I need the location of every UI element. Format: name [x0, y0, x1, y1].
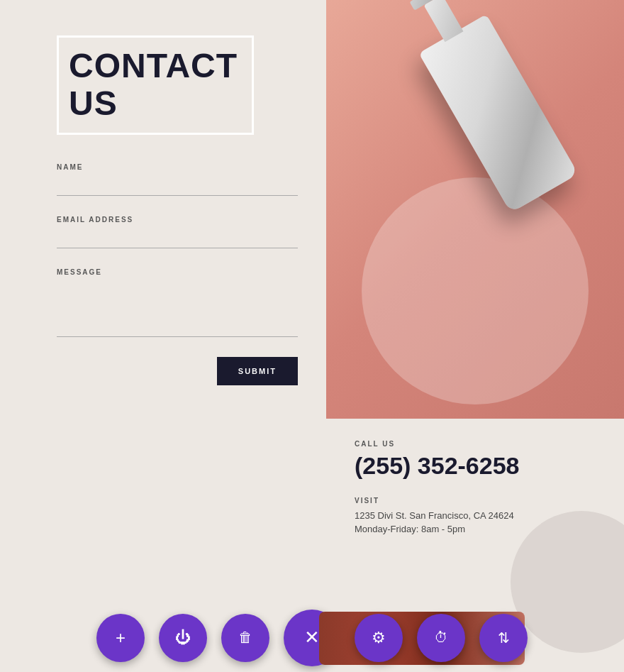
gear-icon: ⚙: [372, 629, 386, 647]
name-input[interactable]: [57, 175, 298, 196]
bottom-toolbar: + ⏻ 🗑 ✕ ⚙ ⏱ ⇅: [0, 610, 624, 672]
settings-button[interactable]: ⚙: [355, 614, 403, 662]
trash-icon: 🗑: [238, 629, 252, 646]
email-label: EMAIL ADDRESS: [57, 216, 298, 224]
add-button[interactable]: +: [96, 614, 145, 662]
message-field-group: MESSAGE: [57, 268, 298, 337]
email-input[interactable]: [57, 228, 298, 248]
delete-button[interactable]: 🗑: [221, 614, 269, 662]
filter-button[interactable]: ⇅: [479, 614, 528, 662]
phone-number: (255) 352-6258: [355, 452, 596, 480]
title-box: CONTACT US: [57, 35, 254, 135]
power-icon: ⏻: [175, 629, 191, 647]
clock-icon: ⏱: [434, 629, 448, 646]
submit-button[interactable]: SUBMIT: [217, 357, 298, 385]
right-column: CALL US (255) 352-6258 VISIT 1235 Divi S…: [326, 0, 624, 610]
page-title: CONTACT US: [69, 48, 238, 123]
submit-row: SUBMIT: [57, 357, 298, 385]
contact-form: NAME EMAIL ADDRESS MESSAGE SUBMIT: [57, 163, 298, 385]
email-field-group: EMAIL ADDRESS: [57, 216, 298, 248]
bottle-pump-head: [410, 0, 452, 11]
call-us-label: CALL US: [355, 440, 596, 448]
page-container: CONTACT US NAME EMAIL ADDRESS MESSAGE SU…: [0, 0, 624, 610]
sort-icon: ⇅: [498, 629, 510, 646]
visit-label: VISIT: [355, 497, 596, 505]
power-button[interactable]: ⏻: [159, 614, 207, 662]
circle-background: [362, 177, 589, 404]
close-icon: ✕: [304, 627, 320, 649]
name-label: NAME: [57, 163, 298, 171]
left-column: CONTACT US NAME EMAIL ADDRESS MESSAGE SU…: [0, 0, 326, 610]
message-label: MESSAGE: [57, 268, 298, 276]
contact-info-section: CALL US (255) 352-6258 VISIT 1235 Divi S…: [326, 419, 624, 610]
name-field-group: NAME: [57, 163, 298, 196]
product-image-area: [326, 0, 624, 419]
message-input[interactable]: [57, 280, 298, 337]
plus-icon: +: [116, 628, 126, 648]
clock-button[interactable]: ⏱: [417, 614, 465, 662]
bottle-pump: [424, 0, 464, 42]
